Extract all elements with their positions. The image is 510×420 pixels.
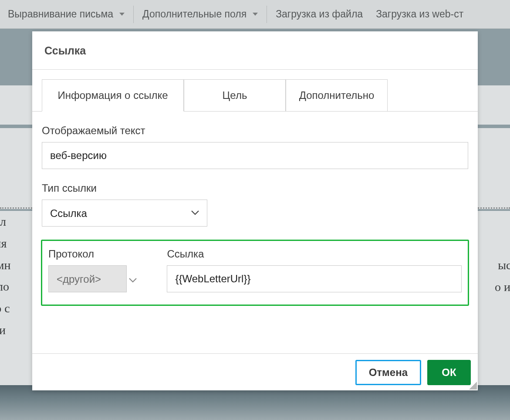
bg-text-fragment: ыстр [498, 254, 510, 276]
tab-label: Цель [223, 89, 247, 101]
toolbar-item-load-web[interactable]: Загрузка из web-ст [372, 8, 468, 20]
dialog-title: Ссылка [44, 44, 466, 57]
tab-link-info[interactable]: Информация о ссылке [42, 79, 184, 112]
field-label: Протокол [48, 248, 137, 260]
field-label: Тип ссылки [42, 182, 468, 194]
toolbar-item-label: Загрузка из файла [276, 8, 363, 20]
dialog-body: Информация о ссылке Цель Дополнительно О… [32, 70, 478, 353]
form-area: Отображаемый текст Тип ссылки Ссылка Про… [32, 112, 478, 315]
dialog-tabs: Информация о ссылке Цель Дополнительно [32, 70, 478, 112]
display-text-input[interactable] [42, 142, 468, 169]
tab-advanced[interactable]: Дополнительно [286, 79, 388, 112]
ok-button[interactable]: ОК [427, 360, 471, 385]
toolbar-item-alignment[interactable]: Выравнивание письма [3, 8, 129, 20]
bg-text-fragment: о или [495, 276, 510, 298]
field-label: Отображаемый текст [42, 125, 468, 137]
chevron-down-icon [128, 277, 137, 284]
toolbar-item-label: Дополнительные поля [142, 8, 247, 20]
tab-target[interactable]: Цель [184, 79, 286, 112]
field-protocol: Протокол <другой> [48, 248, 137, 292]
protocol-select[interactable]: <другой> [48, 265, 127, 292]
url-input[interactable] [167, 265, 462, 292]
dialog-footer: Отмена ОК [32, 353, 478, 390]
editor-toolbar: Выравнивание письма Дополнительные поля … [0, 0, 510, 29]
tab-label: Информация о ссылке [58, 89, 168, 101]
field-link-type: Тип ссылки Ссылка [42, 182, 468, 227]
bg-image [0, 385, 510, 420]
tab-label: Дополнительно [299, 89, 375, 101]
highlighted-section: Протокол <другой> Ссылка [41, 240, 469, 306]
resize-grip-icon[interactable] [468, 381, 477, 390]
toolbar-item-label: Загрузка из web-ст [376, 8, 463, 20]
field-label: Ссылка [167, 248, 462, 260]
toolbar-item-extra-fields[interactable]: Дополнительные поля [138, 8, 262, 20]
cancel-button[interactable]: Отмена [355, 360, 421, 385]
caret-down-icon [253, 13, 258, 16]
toolbar-separator [267, 6, 267, 23]
toolbar-item-load-file[interactable]: Загрузка из файла [271, 8, 367, 20]
link-type-select[interactable]: Ссылка [42, 200, 207, 227]
link-dialog: Ссылка Информация о ссылке Цель Дополнит… [32, 31, 478, 390]
field-url: Ссылка [167, 248, 462, 292]
toolbar-separator [133, 6, 134, 23]
caret-down-icon [119, 13, 125, 16]
field-display-text: Отображаемый текст [42, 125, 468, 169]
toolbar-item-label: Выравнивание письма [8, 8, 113, 20]
dialog-header: Ссылка [32, 31, 478, 70]
